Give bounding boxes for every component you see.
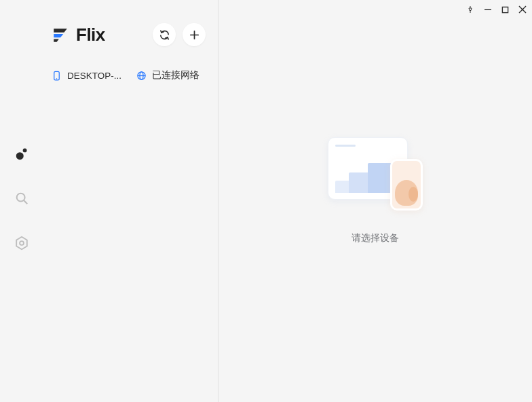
- pin-icon: [466, 5, 474, 14]
- illustration-phone-icon: [390, 159, 423, 211]
- nav-settings[interactable]: [14, 236, 29, 251]
- status-row: DESKTOP-... 已连接网络: [52, 69, 206, 81]
- empty-state-message: 请选择设备: [352, 232, 399, 244]
- globe-icon: [136, 71, 147, 81]
- gear-icon: [14, 236, 29, 251]
- brand-name: Flix: [76, 24, 105, 45]
- maximize-button[interactable]: [501, 6, 509, 14]
- header-actions: [153, 23, 206, 46]
- svg-point-9: [20, 241, 24, 245]
- svg-line-7: [24, 200, 27, 204]
- svg-point-5: [23, 148, 27, 152]
- device-item[interactable]: DESKTOP-...: [52, 71, 121, 81]
- svg-marker-8: [16, 237, 27, 249]
- brand: Flix: [52, 24, 105, 45]
- network-status-label: 已连接网络: [152, 69, 200, 81]
- device-name: DESKTOP-...: [67, 71, 121, 81]
- window-controls: [466, 5, 527, 14]
- refresh-button[interactable]: [153, 23, 176, 46]
- network-status[interactable]: 已连接网络: [136, 69, 200, 81]
- bubbles-icon: [14, 146, 29, 161]
- minimize-icon: [484, 5, 492, 14]
- svg-point-6: [17, 194, 25, 202]
- nav-devices[interactable]: [14, 146, 29, 161]
- close-icon: [518, 5, 527, 14]
- brand-logo-icon: [52, 26, 69, 43]
- svg-point-4: [16, 152, 24, 160]
- app-container: Flix: [0, 0, 532, 402]
- add-button[interactable]: [183, 23, 206, 46]
- header-row: Flix: [52, 23, 206, 46]
- search-icon: [14, 191, 29, 206]
- refresh-icon: [159, 29, 170, 41]
- maximize-icon: [501, 6, 509, 14]
- empty-state: 请选择设备: [328, 137, 423, 244]
- plus-icon: [189, 29, 200, 41]
- nav-sidebar: [0, 0, 43, 402]
- main-panel: 请选择设备: [218, 0, 532, 402]
- empty-illustration: [328, 137, 423, 212]
- pin-button[interactable]: [466, 5, 474, 14]
- phone-icon: [52, 71, 62, 81]
- svg-rect-1: [502, 7, 508, 12]
- close-button[interactable]: [518, 5, 527, 14]
- nav-search[interactable]: [14, 191, 29, 206]
- left-panel: Flix: [43, 0, 218, 402]
- minimize-button[interactable]: [484, 5, 492, 14]
